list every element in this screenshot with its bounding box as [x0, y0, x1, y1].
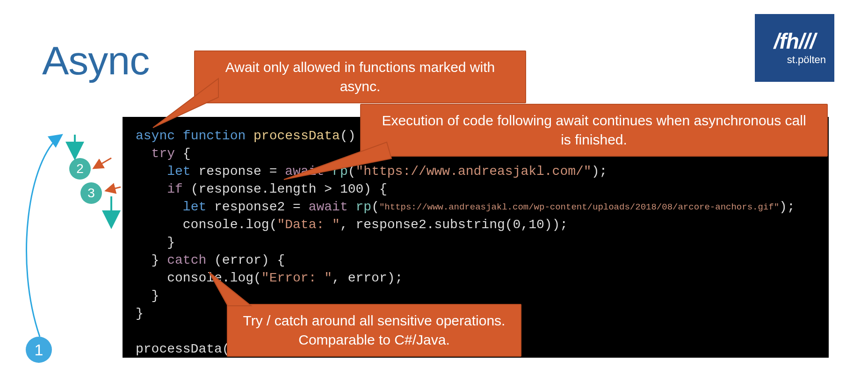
callout-async: Await only allowed in functions marked w…	[194, 50, 526, 103]
kw-if: if	[167, 182, 183, 196]
code-text: response2 =	[206, 200, 308, 214]
callout-trycatch-tail	[209, 272, 265, 319]
code-text: );	[592, 164, 608, 179]
svg-line-8	[106, 187, 121, 191]
flow-marker-1-label: 1	[35, 341, 43, 359]
flow-marker-2-label: 2	[76, 161, 84, 176]
string-literal: "Data: "	[277, 217, 340, 232]
flow-marker-3-label: 3	[87, 186, 95, 201]
string-literal-small: "https://www.andreasjakl.com/wp-content/…	[379, 202, 779, 212]
svg-marker-2	[209, 272, 251, 306]
string-literal: "Error: "	[261, 271, 332, 285]
callout-async-text: Await only allowed in functions marked w…	[225, 59, 495, 94]
slide-title: Async	[42, 37, 149, 84]
code-text: }	[136, 235, 175, 250]
code-text: , error);	[332, 271, 403, 285]
flow-marker-3: 3	[80, 182, 102, 204]
code-text: {	[175, 146, 191, 161]
callout-await-exec-text: Execution of code following await contin…	[382, 113, 806, 147]
code-text: (error) {	[206, 253, 285, 267]
slide-root: Async /fh/// st.pölten async function pr…	[0, 0, 868, 382]
logo-small: st.pölten	[787, 54, 826, 66]
kw-await: await	[309, 200, 348, 214]
svg-line-7	[94, 158, 111, 168]
code-text: );	[779, 200, 795, 214]
callout-await-exec-tail	[284, 142, 391, 194]
kw-let: let	[167, 164, 190, 179]
fn-name: processData	[253, 129, 340, 143]
flow-marker-1: 1	[26, 337, 52, 363]
svg-marker-0	[153, 79, 218, 128]
logo-big: /fh///	[774, 30, 816, 52]
code-text: response =	[191, 164, 285, 179]
svg-marker-1	[284, 142, 391, 180]
callout-await-exec: Execution of code following await contin…	[360, 104, 828, 157]
code-text: (	[371, 200, 379, 214]
callout-trycatch: Try / catch around all sensitive operati…	[227, 304, 521, 357]
kw-catch: catch	[167, 253, 206, 267]
callout-async-tail	[153, 79, 218, 135]
flow-marker-2: 2	[69, 158, 91, 180]
kw-let: let	[183, 200, 206, 214]
logo: /fh/// st.pölten	[755, 14, 834, 82]
code-text: console.log(	[136, 217, 277, 232]
callout-trycatch-text: Try / catch around all sensitive operati…	[243, 313, 506, 347]
fn-call: rp	[348, 200, 371, 214]
code-text: , response2.substring(0,10));	[340, 217, 568, 232]
code-text: }	[136, 306, 144, 321]
code-text: }	[136, 288, 159, 303]
kw-try: try	[152, 146, 175, 161]
code-text: }	[136, 253, 167, 267]
